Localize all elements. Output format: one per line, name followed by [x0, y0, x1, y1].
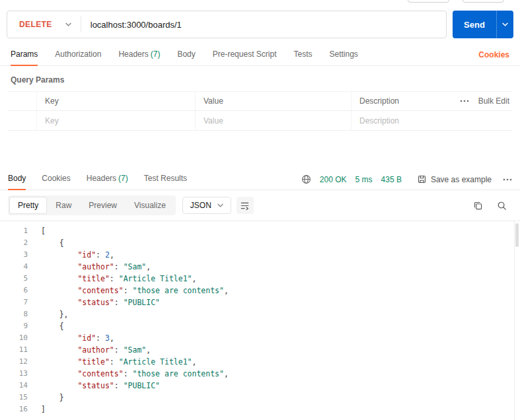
method-label: DELETE [19, 20, 52, 29]
code-line: 13 "contents": "those are contents", [0, 368, 520, 380]
save-as-example-button[interactable]: Save as example [417, 174, 492, 184]
line-number: 16 [0, 403, 36, 415]
code-lines: 1[2 {3 "id": 2,4 "author": "Sam",5 "titl… [0, 225, 520, 415]
code-line: 1[ [0, 225, 520, 237]
tab-tests[interactable]: Tests [293, 50, 312, 66]
cropped-toolbar-button[interactable] [408, 0, 449, 3]
line-number: 1 [0, 225, 36, 237]
response-tab-cookies[interactable]: Cookies [42, 174, 70, 190]
table-header-row: Key Value Description Bulk Edit [8, 91, 512, 111]
code-line-content: "title": "Article Title1", [36, 356, 196, 368]
code-area: 1[2 {3 "id": 2,4 "author": "Sam",5 "titl… [0, 221, 520, 420]
column-header-value: Value [196, 92, 352, 110]
url-box: DELETE localhost:3000/boards/1 [7, 11, 447, 38]
code-line: 6 "contents": "those are contents", [0, 285, 520, 297]
chevron-down-icon [217, 203, 223, 207]
status-badge: 200 OK [320, 175, 347, 184]
send-options-button[interactable] [496, 11, 513, 38]
tab-authorization[interactable]: Authorization [55, 50, 101, 66]
wrap-text-button[interactable] [237, 197, 254, 214]
api-client-app: DELETE localhost:3000/boards/1 Send Para… [0, 0, 520, 420]
scrollbar-thumb[interactable] [515, 223, 519, 247]
code-line: 5 "title": "Article Title1", [0, 273, 520, 285]
response-actions [473, 201, 512, 211]
code-line-content: { [36, 237, 64, 249]
request-tabs: Params Authorization Headers(7) Body Pre… [0, 46, 520, 66]
line-number: 5 [0, 273, 36, 285]
column-header-description: Description [359, 96, 399, 106]
send-label: Send [453, 11, 496, 38]
code-line: 15 } [0, 392, 520, 403]
code-line: 7 "status": "PUBLIC" [0, 297, 520, 308]
code-line: 2 { [0, 237, 520, 249]
view-tab-visualize[interactable]: Visualize [126, 197, 174, 214]
scrollbar-track[interactable] [514, 221, 520, 420]
response-tab-body[interactable]: Body [8, 174, 26, 190]
code-line-content: "status": "PUBLIC" [36, 380, 160, 392]
tab-params[interactable]: Params [11, 50, 38, 66]
wrap-text-icon [240, 201, 250, 211]
more-options-icon[interactable] [460, 100, 469, 102]
format-select[interactable]: JSON [182, 197, 231, 214]
query-params-title: Query Params [11, 75, 509, 85]
code-line-content: "title": "Article Title1", [36, 273, 196, 285]
line-number: 14 [0, 380, 36, 392]
column-header-key: Key [37, 92, 196, 110]
chevron-down-icon [65, 22, 71, 26]
line-number: 15 [0, 392, 36, 403]
view-tab-raw[interactable]: Raw [47, 197, 80, 214]
code-line-content: "id": 3, [36, 332, 114, 344]
code-line: 4 "author": "Sam", [0, 261, 520, 273]
line-number: 10 [0, 332, 36, 344]
globe-icon [301, 174, 311, 184]
cookies-link[interactable]: Cookies [478, 50, 509, 65]
key-input[interactable]: Key [37, 111, 196, 130]
table-row: Key Value Description [8, 111, 512, 131]
response-tabs: Body Cookies Headers(7) Test Results 200… [0, 168, 520, 190]
url-input[interactable]: localhost:3000/boards/1 [91, 20, 182, 30]
value-input[interactable]: Value [196, 111, 352, 130]
chevron-down-icon [502, 22, 508, 26]
code-line-content: [ [36, 225, 46, 237]
code-line: 14 "status": "PUBLIC" [0, 380, 520, 392]
line-number: 11 [0, 344, 36, 356]
copy-icon[interactable] [473, 201, 483, 211]
tab-settings[interactable]: Settings [330, 50, 358, 66]
code-line: 8 }, [0, 308, 520, 320]
search-icon[interactable] [497, 201, 507, 211]
tab-pre-request-script[interactable]: Pre-request Script [213, 50, 277, 66]
description-input[interactable]: Description [352, 116, 512, 125]
code-line-content: }, [36, 308, 69, 320]
line-number: 8 [0, 308, 36, 320]
method-selector[interactable]: DELETE [7, 20, 81, 29]
view-tab-pretty[interactable]: Pretty [9, 197, 47, 214]
response-tab-test-results[interactable]: Test Results [144, 174, 187, 190]
view-mode-switcher: Pretty Raw Preview Visualize [8, 195, 176, 215]
response-view-toolbar: Pretty Raw Preview Visualize JSON [0, 190, 520, 221]
tab-body[interactable]: Body [177, 50, 195, 66]
row-handle-column [8, 92, 37, 110]
line-number: 3 [0, 249, 36, 261]
line-number: 6 [0, 285, 36, 297]
response-tab-headers[interactable]: Headers(7) [87, 174, 128, 190]
code-line-content: "author": "Sam", [36, 344, 151, 356]
code-line: 10 "id": 3, [0, 332, 520, 344]
cropped-toolbar-button[interactable] [463, 0, 504, 3]
response-size: 435 B [381, 175, 402, 184]
response-time: 5 ms [355, 175, 373, 184]
code-line-content: ] [36, 403, 46, 415]
row-handle-column [8, 111, 37, 130]
more-options-icon[interactable] [503, 178, 512, 181]
bulk-edit-button[interactable]: Bulk Edit [478, 96, 509, 106]
code-line-content: { [36, 320, 64, 332]
code-line: 11 "author": "Sam", [0, 344, 520, 356]
line-number: 9 [0, 320, 36, 332]
send-button[interactable]: Send [453, 11, 513, 38]
view-tab-preview[interactable]: Preview [80, 197, 126, 214]
query-params-table: Key Value Description Bulk Edit Key Valu… [8, 91, 512, 131]
format-select-value: JSON [190, 201, 211, 210]
line-number: 12 [0, 356, 36, 368]
tab-headers[interactable]: Headers(7) [118, 50, 160, 66]
save-as-example-label: Save as example [431, 175, 492, 184]
code-line: 9 { [0, 320, 520, 332]
